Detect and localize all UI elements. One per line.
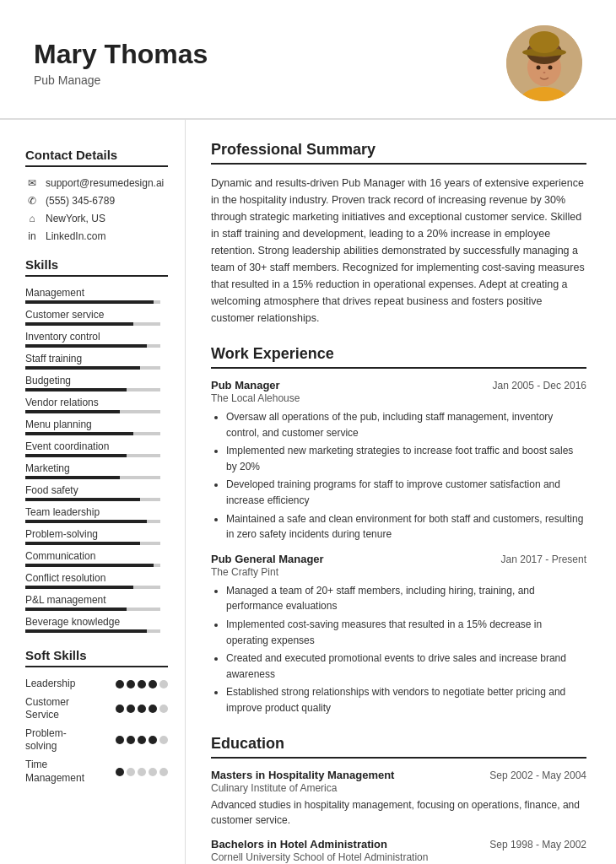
job-bullet: Oversaw all operations of the pub, inclu…	[226, 409, 586, 440]
job-entry: Pub General Manager Jan 2017 - Present T…	[211, 553, 586, 716]
edu-header: Bachelors in Hotel Administration Sep 19…	[211, 838, 586, 850]
sidebar: Contact Details ✉support@resumedesign.ai…	[0, 120, 186, 864]
skill-name: Vendor relations	[25, 397, 168, 408]
dot	[116, 705, 124, 713]
skill-name: Communication	[25, 550, 168, 562]
skill-bar-bg	[25, 498, 160, 501]
skill-bar-fill	[25, 322, 133, 326]
skill-name: Conflict resolution	[25, 572, 168, 584]
dot	[149, 680, 157, 688]
soft-skills-section: Soft Skills LeadershipCustomer ServicePr…	[25, 648, 168, 785]
dot	[149, 736, 157, 744]
svg-point-7	[529, 31, 559, 53]
dot	[127, 680, 135, 688]
skill-bar-fill	[25, 476, 120, 479]
work-experience-section: Work Experience Pub Manager Jan 2005 - D…	[211, 345, 586, 716]
soft-skill-row: Time Management	[25, 759, 168, 785]
skill-item: Management	[25, 287, 168, 304]
soft-skill-name: Leadership	[25, 678, 93, 691]
soft-skill-row: Customer Service	[25, 696, 168, 722]
skill-bar-fill	[25, 454, 127, 457]
job-bullet: Implemented new marketing strategies to …	[226, 443, 586, 474]
skill-item: Event coordination	[25, 440, 168, 457]
job-bullet: Developed training programs for staff to…	[226, 477, 586, 508]
phone-icon: ✆	[25, 195, 39, 207]
skill-bar-fill	[25, 520, 147, 523]
skill-bar-bg	[25, 322, 160, 326]
skill-bar-bg	[25, 300, 160, 304]
skill-bar-bg	[25, 454, 160, 457]
linkedin-icon: in	[25, 230, 39, 242]
education-section: Education Masters in Hospitality Managem…	[211, 735, 586, 865]
skill-bar-bg	[25, 564, 160, 567]
main-layout: Contact Details ✉support@resumedesign.ai…	[0, 120, 616, 864]
dot	[159, 705, 168, 713]
skill-bar-bg	[25, 586, 160, 589]
skill-item: Customer service	[25, 309, 168, 326]
skill-name: Marketing	[25, 462, 168, 474]
dot	[127, 736, 135, 744]
skill-item: Marketing	[25, 462, 168, 479]
soft-skill-row: Leadership	[25, 678, 168, 691]
skill-item: Communication	[25, 550, 168, 567]
skill-name: Event coordination	[25, 440, 168, 452]
soft-skill-row: Problem-solving	[25, 727, 168, 753]
skill-bar-bg	[25, 432, 160, 435]
education-entry: Bachelors in Hotel Administration Sep 19…	[211, 838, 586, 865]
skill-name: Management	[25, 287, 168, 299]
job-company: The Local Alehouse	[211, 392, 586, 404]
skills-list: Management Customer service Inventory co…	[25, 287, 168, 633]
email-icon: ✉	[25, 177, 39, 189]
summary-text: Dynamic and results-driven Pub Manager w…	[211, 175, 586, 327]
skill-item: P&L management	[25, 594, 168, 611]
soft-skill-name: Customer Service	[25, 696, 93, 722]
dot	[159, 768, 168, 776]
skill-bar-fill	[25, 410, 120, 413]
skill-name: Staff training	[25, 353, 168, 364]
job-title: Pub General Manager	[211, 553, 324, 565]
skill-bar-fill	[25, 586, 133, 589]
job-header: Pub General Manager Jan 2017 - Present	[211, 553, 586, 565]
dot	[116, 768, 124, 776]
resume-header: Mary Thomas Pub Manage	[0, 0, 616, 120]
dot	[138, 705, 146, 713]
header-name-block: Mary Thomas Pub Manage	[34, 40, 208, 86]
dot	[116, 680, 124, 688]
edu-degree: Bachelors in Hotel Administration	[211, 838, 387, 850]
dot	[116, 736, 124, 744]
candidate-title: Pub Manage	[34, 73, 208, 87]
edu-header: Masters in Hospitality Management Sep 20…	[211, 769, 586, 781]
job-company: The Crafty Pint	[211, 566, 586, 578]
skill-item: Team leadership	[25, 506, 168, 523]
education-title: Education	[211, 735, 586, 759]
contact-text: NewYork, US	[46, 213, 105, 224]
skill-item: Menu planning	[25, 418, 168, 435]
skill-bar-fill	[25, 300, 154, 304]
skill-name: Beverage knowledge	[25, 616, 168, 628]
job-bullet: Maintained a safe and clean environment …	[226, 511, 586, 543]
work-experience-title: Work Experience	[211, 345, 586, 369]
skills-section-title: Skills	[25, 257, 168, 277]
job-bullet: Created and executed promotional events …	[226, 651, 586, 682]
skill-bar-fill	[25, 344, 147, 348]
skill-bar-fill	[25, 432, 133, 435]
skill-item: Inventory control	[25, 331, 168, 348]
contact-item-location: ⌂NewYork, US	[25, 213, 168, 224]
contact-text: (555) 345-6789	[46, 195, 115, 207]
skill-item: Vendor relations	[25, 397, 168, 413]
skill-name: Inventory control	[25, 331, 168, 343]
job-bullets: Managed a team of 20+ staff members, inc…	[211, 583, 586, 716]
soft-skills-title: Soft Skills	[25, 648, 168, 667]
dot	[127, 705, 135, 713]
job-date: Jan 2017 - Present	[501, 554, 586, 565]
skill-bar-bg	[25, 629, 160, 633]
skill-item: Beverage knowledge	[25, 616, 168, 633]
contact-section-title: Contact Details	[25, 148, 168, 167]
skill-name: P&L management	[25, 594, 168, 606]
skill-bar-fill	[25, 498, 140, 501]
skill-bar-fill	[25, 542, 140, 545]
candidate-name: Mary Thomas	[34, 40, 208, 69]
skill-bar-bg	[25, 366, 160, 370]
dot	[127, 768, 135, 776]
skill-bar-bg	[25, 410, 160, 413]
